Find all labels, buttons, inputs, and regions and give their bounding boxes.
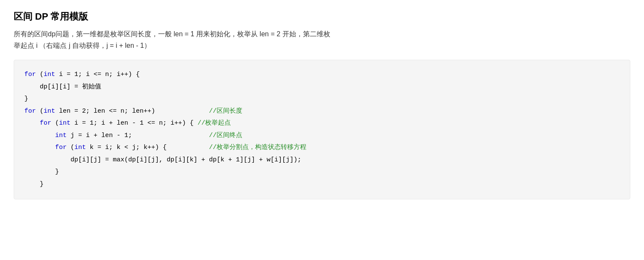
keyword: int	[44, 108, 55, 115]
code-text: dp[i][j] = max(dp[i][j], dp[i][k] + dp[k…	[24, 156, 301, 164]
code-text: j = i + len - 1;	[67, 132, 209, 139]
code-text: k = i; k < j; k++) {	[86, 144, 209, 151]
code-text: dp[i][i] = 初始值	[24, 83, 101, 91]
description-line2: 举起点 i （右端点 j 自动获得，j = i + len - 1）	[14, 42, 151, 49]
description: 所有的区间dp问题，第一维都是枚举区间长度，一般 len = 1 用来初始化，枚…	[14, 28, 630, 51]
comment: //枚举起点	[197, 120, 231, 127]
page-title: 区间 DP 常用模版	[14, 10, 630, 23]
code-text	[24, 144, 55, 151]
keyword: for	[55, 144, 67, 151]
code-text: }	[24, 95, 28, 102]
keyword: for	[24, 71, 36, 78]
comment: //枚举分割点，构造状态转移方程	[209, 144, 306, 151]
code-text	[24, 132, 55, 139]
keyword: int	[59, 120, 71, 127]
code-text: }	[24, 168, 59, 175]
comment: //区间终点	[209, 132, 242, 139]
comment: //区间长度	[209, 108, 242, 115]
code-text: (	[36, 108, 44, 115]
keyword: for	[24, 108, 36, 115]
keyword: int	[74, 144, 86, 151]
code-text: len = 2; len <= n; len++)	[55, 108, 209, 115]
keyword: int	[44, 71, 55, 78]
keyword: for	[40, 120, 51, 127]
code-text: }	[24, 181, 44, 188]
keyword: int	[55, 132, 67, 139]
code-text: i = 1; i + len - 1 <= n; i++) {	[71, 120, 197, 127]
code-text: (	[67, 144, 74, 151]
code-block: for (int i = 1; i <= n; i++) { dp[i][i] …	[14, 60, 630, 199]
description-line1: 所有的区间dp问题，第一维都是枚举区间长度，一般 len = 1 用来初始化，枚…	[14, 30, 330, 38]
code-text: i = 1; i <= n; i++) {	[55, 71, 140, 78]
code-text: (	[36, 71, 44, 78]
code-text	[24, 120, 40, 127]
code-text: (	[51, 120, 59, 127]
